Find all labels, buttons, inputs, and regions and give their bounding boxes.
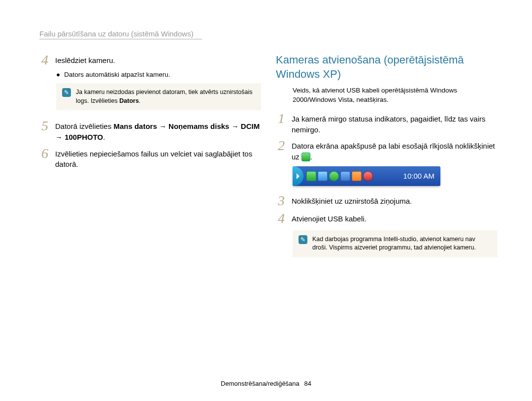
right-column: Kameras atvienošana (operētājsistēmā Win… [276, 53, 498, 266]
r-step-number-2: 2 [276, 139, 287, 153]
r-step-number-1: 1 [276, 112, 287, 125]
left-note-box: ✎ Ja kameru neizdodas pievienot datoram,… [56, 83, 261, 110]
r-step-2-text: Datora ekrāna apakšpusē pa labi esošajā … [292, 139, 498, 162]
note-icon: ✎ [62, 88, 71, 97]
tray-clock: 10:00 AM [403, 172, 440, 180]
page-header: Failu pārsūtīšana uz datoru (sistēmā Win… [39, 30, 202, 39]
r-step-3-text: Noklikšķiniet uz uznirstošā ziņojuma. [292, 194, 498, 207]
tray-icon [329, 171, 339, 181]
step-6-text: Izvēlieties nepieciešamos failus un velc… [55, 147, 261, 170]
step-4-bullet: ● Dators automātiski atpazīst kameru. [56, 71, 261, 78]
step-4-bullet-text: Dators automātiski atpazīst kameru. [64, 71, 170, 78]
step-4-text: Ieslēdziet kameru. [55, 53, 261, 66]
footer-section: Demonstrēšana/rediģēšana [221, 380, 299, 387]
tray-expand-icon [293, 166, 303, 186]
tray-icon [306, 171, 316, 181]
tray-icon [363, 171, 373, 181]
step-5-text: Datorā izvēlieties Mans dators → Noņemam… [55, 119, 261, 143]
safely-remove-icon [301, 153, 310, 161]
section-title: Kameras atvienošana (operētājsistēmā Win… [276, 53, 498, 81]
tray-icon [340, 171, 350, 181]
page-number: 84 [304, 380, 311, 387]
step-number-4: 4 [39, 53, 50, 67]
step-number-5: 5 [39, 119, 50, 133]
bullet-icon: ● [56, 71, 60, 78]
section-subtext: Veids, kā atvienot USB kabeli operētājsi… [293, 86, 498, 105]
r-step-number-4: 4 [276, 212, 287, 225]
right-note-box: ✎ Kad darbojas programma Intelli-studio,… [293, 230, 498, 257]
left-column: 4 Ieslēdziet kameru. ● Dators automātisk… [39, 53, 261, 266]
page-footer: Demonstrēšana/rediģēšana 84 [0, 380, 532, 387]
left-note-text: Ja kameru neizdodas pievienot datoram, t… [76, 88, 255, 105]
system-tray-image: 10:00 AM [293, 166, 440, 186]
right-note-text: Kad darbojas programma Intelli-studio, a… [312, 235, 492, 252]
r-step-1-text: Ja kamerā mirgo statusa indikators, paga… [292, 112, 498, 135]
r-step-4-text: Atvienojiet USB kabeli. [292, 212, 498, 224]
r-step-number-3: 3 [276, 194, 287, 208]
tray-icon [318, 171, 328, 181]
tray-icon [352, 171, 362, 181]
tray-icons [305, 171, 373, 181]
step-number-6: 6 [39, 147, 50, 160]
note-icon: ✎ [299, 235, 307, 244]
